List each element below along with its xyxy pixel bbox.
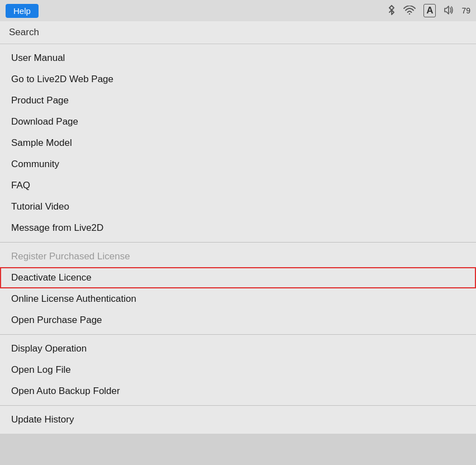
menu-item-message-live2d[interactable]: Message from Live2D [0, 217, 476, 239]
menu-item-display-operation[interactable]: Display Operation [0, 338, 476, 359]
help-dropdown: Search User Manual Go to Live2D Web Page… [0, 21, 476, 434]
search-input[interactable] [46, 27, 467, 38]
menu-item-faq[interactable]: FAQ [0, 175, 476, 196]
menu-item-tutorial-video[interactable]: Tutorial Video [0, 196, 476, 217]
license-section: Register Purchased License Deactivate Li… [0, 243, 476, 335]
menu-item-open-purchase-page[interactable]: Open Purchase Page [0, 310, 476, 331]
menu-item-open-log-file[interactable]: Open Log File [0, 359, 476, 381]
menu-item-community[interactable]: Community [0, 154, 476, 175]
wifi-icon [403, 6, 416, 16]
menu-item-update-history[interactable]: Update History [0, 409, 476, 430]
menu-item-open-auto-backup[interactable]: Open Auto Backup Folder [0, 381, 476, 402]
search-label: Search [9, 27, 39, 38]
menu-item-live2d-web[interactable]: Go to Live2D Web Page [0, 69, 476, 90]
tools-section: Display Operation Open Log File Open Aut… [0, 335, 476, 406]
menu-item-product-page[interactable]: Product Page [0, 90, 476, 111]
menu-item-user-manual[interactable]: User Manual [0, 48, 476, 69]
update-section: Update History [0, 406, 476, 434]
search-bar: Search [0, 21, 476, 44]
menu-item-deactivate-licence[interactable]: Deactivate Licence [0, 267, 476, 288]
help-menu[interactable]: Help [6, 4, 39, 18]
menu-bar: Help A [0, 0, 476, 21]
bluetooth-icon [388, 5, 396, 17]
menu-item-online-license-auth[interactable]: Online License Authentication [0, 288, 476, 310]
help-links-section: User Manual Go to Live2D Web Page Produc… [0, 44, 476, 243]
font-icon: A [423, 4, 436, 17]
menu-item-register-license: Register Purchased License [0, 246, 476, 267]
system-icons: A 79 [388, 4, 470, 17]
menu-item-sample-model[interactable]: Sample Model [0, 132, 476, 154]
menu-item-download-page[interactable]: Download Page [0, 111, 476, 132]
svg-point-0 [409, 13, 410, 14]
battery-percent: 79 [461, 6, 470, 15]
volume-icon [444, 6, 454, 16]
